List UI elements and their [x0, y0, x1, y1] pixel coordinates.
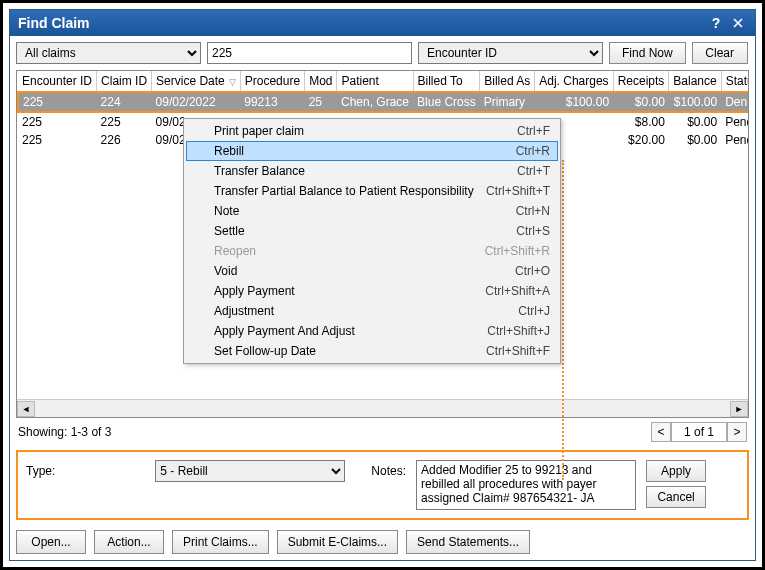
cell: Chen, Grace: [337, 92, 413, 112]
cell: Pending insurance: [721, 112, 749, 131]
menu-item-shortcut: Ctrl+Shift+J: [487, 324, 550, 338]
title-bar: Find Claim ?: [10, 10, 755, 36]
menu-item-shortcut: Ctrl+S: [516, 224, 550, 238]
page-prev-button[interactable]: <: [651, 422, 671, 442]
callout-connector: [562, 160, 564, 480]
menu-item-apply-payment[interactable]: Apply PaymentCtrl+Shift+A: [186, 281, 558, 301]
cancel-button[interactable]: Cancel: [646, 486, 706, 508]
menu-item-label: Note: [214, 204, 516, 218]
grid-header-row: Encounter ID Claim ID Service Date Proce…: [18, 71, 749, 92]
cell: 99213: [240, 92, 304, 112]
pager: < 1 of 1 >: [651, 422, 747, 442]
menu-item-label: Settle: [214, 224, 516, 238]
menu-item-shortcut: Ctrl+F: [517, 124, 550, 138]
menu-item-label: Apply Payment And Adjust: [214, 324, 487, 338]
col-billed-as[interactable]: Billed As: [480, 71, 535, 92]
menu-item-transfer-balance[interactable]: Transfer BalanceCtrl+T: [186, 161, 558, 181]
submit-eclaims-button[interactable]: Submit E-Claims...: [277, 530, 398, 554]
menu-item-shortcut: Ctrl+T: [517, 164, 550, 178]
menu-item-label: Adjustment: [214, 304, 518, 318]
field-select[interactable]: Encounter ID: [418, 42, 603, 64]
menu-item-label: Void: [214, 264, 515, 278]
notes-label: Notes:: [371, 460, 406, 478]
help-button[interactable]: ?: [707, 14, 725, 32]
cell: 09/02/2022: [152, 92, 241, 112]
menu-item-print-paper-claim[interactable]: Print paper claimCtrl+F: [186, 121, 558, 141]
col-adj-charges[interactable]: Adj. Charges: [535, 71, 613, 92]
edit-panel: Type: 5 - Rebill Notes: Apply Cancel: [16, 450, 749, 520]
menu-item-rebill[interactable]: RebillCtrl+R: [186, 141, 558, 161]
menu-item-shortcut: Ctrl+R: [516, 144, 550, 158]
menu-item-label: Print paper claim: [214, 124, 517, 138]
cell: 225: [18, 92, 97, 112]
cell: 225: [18, 131, 97, 149]
cell: Primary: [480, 92, 535, 112]
menu-item-label: Set Follow-up Date: [214, 344, 486, 358]
apply-button[interactable]: Apply: [646, 460, 706, 482]
cell: Blue Cross: [413, 92, 480, 112]
type-select[interactable]: 5 - Rebill: [155, 460, 345, 482]
col-patient[interactable]: Patient: [337, 71, 413, 92]
cell: $0.00: [613, 92, 669, 112]
horizontal-scrollbar[interactable]: ◄ ►: [17, 399, 748, 417]
cell: 225: [97, 112, 152, 131]
menu-item-label: Reopen: [214, 244, 485, 258]
status-bar: Showing: 1-3 of 3 < 1 of 1 >: [10, 418, 755, 446]
cell: $0.00: [669, 112, 721, 131]
menu-item-reopen: ReopenCtrl+Shift+R: [186, 241, 558, 261]
find-claim-dialog: Find Claim ? All claims Encounter ID Fin…: [9, 9, 756, 561]
col-balance[interactable]: Balance: [669, 71, 721, 92]
close-button[interactable]: [729, 14, 747, 32]
scroll-right-arrow[interactable]: ►: [730, 401, 748, 417]
send-statements-button[interactable]: Send Statements...: [406, 530, 530, 554]
table-row[interactable]: 22522409/02/20229921325Chen, GraceBlue C…: [18, 92, 749, 112]
menu-item-note[interactable]: NoteCtrl+N: [186, 201, 558, 221]
cell: $100.00: [535, 92, 613, 112]
dialog-title: Find Claim: [18, 15, 90, 31]
menu-item-label: Apply Payment: [214, 284, 485, 298]
cell: $8.00: [613, 112, 669, 131]
action-button[interactable]: Action...: [94, 530, 164, 554]
menu-item-shortcut: Ctrl+Shift+A: [485, 284, 550, 298]
col-receipts[interactable]: Receipts: [613, 71, 669, 92]
menu-item-transfer-partial-balance-to-patient-responsibility[interactable]: Transfer Partial Balance to Patient Resp…: [186, 181, 558, 201]
scope-select[interactable]: All claims: [16, 42, 201, 64]
col-procedure[interactable]: Procedure: [240, 71, 304, 92]
type-label: Type:: [26, 460, 55, 478]
menu-item-apply-payment-and-adjust[interactable]: Apply Payment And AdjustCtrl+Shift+J: [186, 321, 558, 341]
menu-item-set-follow-up-date[interactable]: Set Follow-up DateCtrl+Shift+F: [186, 341, 558, 361]
filter-bar: All claims Encounter ID Find Now Clear: [10, 36, 755, 70]
page-next-button[interactable]: >: [727, 422, 747, 442]
col-encounter[interactable]: Encounter ID: [18, 71, 97, 92]
cell: $100.00: [669, 92, 721, 112]
cell: Pending insurance: [721, 131, 749, 149]
menu-item-shortcut: Ctrl+J: [518, 304, 550, 318]
col-status[interactable]: Status: [721, 71, 749, 92]
scroll-left-arrow[interactable]: ◄: [17, 401, 35, 417]
cell: $20.00: [613, 131, 669, 149]
find-now-button[interactable]: Find Now: [609, 42, 686, 64]
col-billed-to[interactable]: Billed To: [413, 71, 480, 92]
menu-item-label: Rebill: [214, 144, 516, 158]
cell: Denied: [721, 92, 749, 112]
menu-item-void[interactable]: VoidCtrl+O: [186, 261, 558, 281]
col-service-date[interactable]: Service Date: [152, 71, 241, 92]
cell: 25: [305, 92, 337, 112]
context-menu: Print paper claimCtrl+FRebillCtrl+RTrans…: [183, 118, 561, 364]
showing-label: Showing: 1-3 of 3: [18, 425, 111, 439]
menu-item-label: Transfer Balance: [214, 164, 517, 178]
cell: 225: [18, 112, 97, 131]
cell: 226: [97, 131, 152, 149]
col-mod[interactable]: Mod: [305, 71, 337, 92]
menu-item-settle[interactable]: SettleCtrl+S: [186, 221, 558, 241]
menu-item-label: Transfer Partial Balance to Patient Resp…: [214, 184, 486, 198]
print-claims-button[interactable]: Print Claims...: [172, 530, 269, 554]
search-input[interactable]: [207, 42, 412, 64]
menu-item-adjustment[interactable]: AdjustmentCtrl+J: [186, 301, 558, 321]
notes-textarea[interactable]: [416, 460, 636, 510]
menu-item-shortcut: Ctrl+Shift+F: [486, 344, 550, 358]
col-claim[interactable]: Claim ID: [97, 71, 152, 92]
clear-button[interactable]: Clear: [692, 42, 748, 64]
open-button[interactable]: Open...: [16, 530, 86, 554]
bottom-toolbar: Open... Action... Print Claims... Submit…: [10, 524, 755, 560]
